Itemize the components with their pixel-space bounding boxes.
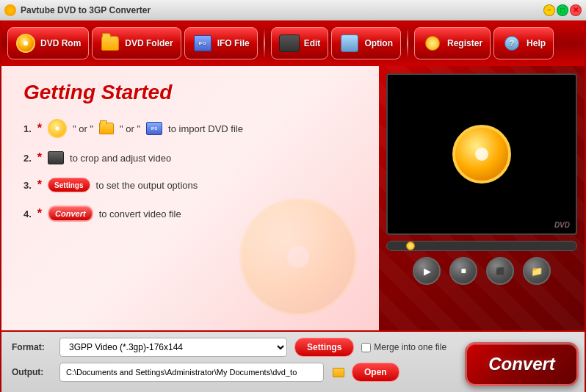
dvd-logo-big bbox=[452, 125, 511, 184]
merge-checkbox-label[interactable]: Merge into one file bbox=[361, 342, 446, 352]
toolbar-divider-1 bbox=[264, 29, 265, 58]
close-button[interactable]: ✕ bbox=[570, 4, 582, 16]
register-icon bbox=[422, 33, 443, 54]
dvd-rom-icon bbox=[15, 33, 36, 54]
edit-icon bbox=[279, 33, 300, 54]
settings-button[interactable]: Settings bbox=[294, 338, 354, 357]
progress-handle[interactable] bbox=[406, 242, 415, 250]
option-icon bbox=[339, 33, 360, 54]
video-screen: DVD bbox=[386, 73, 577, 235]
output-folder-icon[interactable] bbox=[333, 368, 344, 377]
edit-button[interactable]: Edit bbox=[271, 27, 329, 59]
dvd-folder-label: DVD Folder bbox=[125, 38, 173, 48]
getting-started-panel: Getting Started 1. * " or " " or " IFO t… bbox=[1, 66, 379, 330]
watermark bbox=[239, 198, 357, 316]
step-1-end: to import DVD file bbox=[168, 123, 243, 134]
dvd-folder-icon bbox=[100, 33, 120, 54]
app-icon bbox=[4, 4, 16, 16]
step-1-or2: " or " bbox=[120, 123, 140, 134]
progress-bar[interactable] bbox=[386, 241, 577, 251]
edit-icon-shape bbox=[279, 35, 300, 52]
convert-button-label: Convert bbox=[488, 354, 555, 374]
step-2-num: 2. bbox=[23, 153, 32, 164]
output-path-input[interactable] bbox=[59, 363, 324, 382]
mini-convert-btn: Convert bbox=[48, 206, 93, 222]
mini-dvd-icon bbox=[48, 119, 67, 138]
dvd-disc-icon bbox=[16, 34, 35, 53]
getting-started-title: Getting Started bbox=[23, 81, 357, 104]
ifo-file-button[interactable]: IFO IFO File bbox=[184, 27, 258, 59]
preview-panel: DVD bbox=[379, 66, 585, 330]
convert-button[interactable]: Convert bbox=[465, 342, 579, 386]
step-1-or1: " or " bbox=[73, 123, 93, 134]
minimize-button[interactable]: – bbox=[543, 4, 555, 16]
register-icon-shape bbox=[425, 36, 440, 51]
ifo-icon: IFO bbox=[194, 35, 211, 51]
mini-folder-icon bbox=[99, 123, 114, 134]
step-3-end: to set the output options bbox=[96, 180, 198, 191]
register-button[interactable]: Register bbox=[414, 27, 491, 59]
mini-ifo-icon: IFO bbox=[146, 122, 162, 135]
toolbar-divider-2 bbox=[407, 29, 408, 58]
open-folder-button[interactable] bbox=[523, 257, 551, 285]
merge-label: Merge into one file bbox=[374, 342, 446, 352]
dvd-rom-button[interactable]: DVD Rom bbox=[7, 27, 89, 59]
content-area: Getting Started 1. * " or " " or " IFO t… bbox=[1, 66, 585, 330]
option-label: Option bbox=[364, 38, 393, 48]
step-3-num: 3. bbox=[23, 180, 32, 191]
player-controls bbox=[386, 257, 577, 285]
title-bar: Pavtube DVD to 3GP Converter – □ ✕ bbox=[0, 0, 586, 21]
title-bar-text: Pavtube DVD to 3GP Converter bbox=[21, 5, 543, 15]
main-window: DVD Rom DVD Folder IFO IFO File Edit bbox=[0, 21, 586, 392]
step-4-bullet: * bbox=[37, 207, 42, 220]
help-label: Help bbox=[527, 38, 546, 48]
step-4-num: 4. bbox=[23, 208, 32, 219]
play-button[interactable] bbox=[413, 257, 441, 285]
ifo-file-icon: IFO bbox=[192, 33, 213, 54]
dvd-rom-label: DVD Rom bbox=[40, 38, 81, 48]
step-2-end: to crop and adjust video bbox=[70, 153, 171, 164]
option-button[interactable]: Option bbox=[331, 27, 401, 59]
format-select[interactable]: 3GPP Video (*.3gp)-176x144 bbox=[59, 338, 287, 357]
step-2: 2. * to crop and adjust video bbox=[23, 151, 357, 164]
maximize-button[interactable]: □ bbox=[557, 4, 568, 16]
output-label: Output: bbox=[12, 367, 52, 377]
option-icon-shape bbox=[341, 35, 358, 52]
step-3-bullet: * bbox=[37, 178, 42, 192]
ifo-file-label: IFO File bbox=[217, 38, 250, 48]
merge-checkbox[interactable] bbox=[361, 343, 371, 352]
dvd-label: DVD bbox=[554, 221, 570, 229]
title-bar-buttons: – □ ✕ bbox=[543, 4, 582, 16]
step-4-end: to convert video file bbox=[99, 208, 181, 219]
watermark-disc bbox=[239, 198, 357, 316]
register-label: Register bbox=[447, 38, 482, 48]
format-label: Format: bbox=[12, 342, 52, 352]
mini-settings-btn: Settings bbox=[48, 178, 90, 192]
mini-edit-icon bbox=[48, 151, 64, 164]
help-icon-shape: ? bbox=[504, 36, 519, 51]
help-icon: ? bbox=[502, 33, 522, 54]
stop-button[interactable] bbox=[449, 257, 477, 285]
open-button[interactable]: Open bbox=[352, 363, 399, 382]
step-1-num: 1. bbox=[23, 123, 32, 134]
help-button[interactable]: ? Help bbox=[493, 27, 554, 59]
step-3: 3. * Settings to set the output options bbox=[23, 178, 357, 192]
folder-icon bbox=[101, 36, 119, 51]
dvd-folder-button[interactable]: DVD Folder bbox=[92, 27, 181, 59]
step-1-bullet: * bbox=[37, 122, 42, 135]
edit-label: Edit bbox=[304, 38, 321, 48]
snapshot-button[interactable] bbox=[486, 257, 514, 285]
toolbar: DVD Rom DVD Folder IFO IFO File Edit bbox=[1, 21, 585, 66]
step-2-bullet: * bbox=[37, 151, 42, 164]
step-1: 1. * " or " " or " IFO to import DVD fil… bbox=[23, 119, 357, 138]
bottom-bar: Format: 3GPP Video (*.3gp)-176x144 Setti… bbox=[1, 330, 585, 392]
